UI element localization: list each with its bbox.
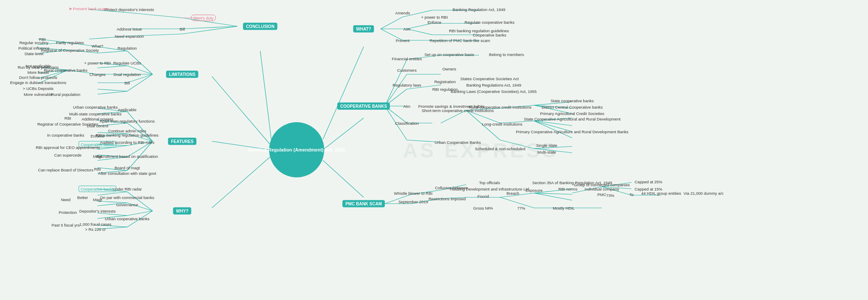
svg-line-65	[534, 193, 572, 200]
svg-line-4	[323, 47, 364, 139]
node-set-up-cooperative: Set up on cooperative basis	[423, 52, 475, 57]
node-gross-npa: Gross NPA	[473, 206, 494, 210]
node-prevent-bank-scams: ➤ Prevent bank scams	[68, 6, 111, 11]
node-power-to-rbi-lim: + power to RBI	[83, 61, 111, 65]
cooperative-banks-node: COOPERATIVE BANKS	[337, 103, 390, 110]
node-rs-220-cr: > Rs 220 cr	[84, 227, 107, 232]
node-urban-coop-applicable: Urban cooperative banks	[72, 105, 119, 109]
node-district-central: District Central Cooperative banks	[541, 105, 604, 109]
node-cooperative-banks-why: Cooperative banks	[78, 187, 116, 191]
cooperative-banks-label: COOPERATIVE BANKS	[337, 103, 390, 110]
node-regular-scrutiny: Regular scrutiny	[19, 40, 50, 45]
node-partly-regulates: Partly regulates	[55, 40, 85, 45]
node-multi-state-coop: Multi-state cooperative banks	[68, 112, 122, 116]
conclusion-label: CONCLUSION	[243, 23, 277, 30]
node-dual-regulation: Dual regulation	[113, 72, 142, 77]
node-scheduled: Scheduled & non-scheduled	[474, 146, 526, 151]
node-owners: Owners	[442, 67, 457, 71]
node-states-coop-societies-act: States Cooperative Societies Act	[459, 76, 520, 81]
why-node: WHY?	[173, 207, 191, 215]
node-governance: Governance	[115, 202, 139, 207]
node-to: To	[629, 192, 634, 197]
node-political-influence: Political influence	[17, 46, 50, 50]
node-magt-supercede: Magt	[92, 154, 103, 159]
node-rbi-feat: RBI	[64, 116, 72, 121]
node-state-coop-agri: State Cooperative Agricultural and Rural…	[523, 117, 621, 121]
node-better: Better	[76, 195, 89, 200]
node-44-hdil: 44 HDIL group entities	[640, 191, 682, 196]
node-past-5-fiscal: Past 5 fiscal yrs	[51, 223, 81, 227]
node-restrictions-imposed: Restrictions imposed	[428, 196, 467, 201]
node-state-level: State-level	[24, 51, 45, 56]
node-found: Found	[477, 194, 490, 199]
node-govts-duty: Govt's duty	[191, 16, 216, 20]
center-node: Banking Regulation (Amendment) Bill, 202…	[269, 122, 324, 177]
node-repetition-pmc: Repetition of PMC bank-like scam	[428, 38, 491, 43]
features-node: FEATURES	[168, 138, 196, 145]
node-more-frauds: More frauds	[27, 70, 50, 75]
node-mostly-hdil: Mostly HDIL	[552, 206, 576, 210]
svg-line-3	[212, 157, 270, 208]
svg-line-122	[127, 211, 153, 216]
mindmap-container: AS EXPRESS	[0, 0, 868, 300]
svg-line-12	[182, 26, 237, 34]
node-1000-fraud: 1,000 fraud cases	[78, 222, 112, 227]
svg-line-48	[534, 121, 572, 126]
node-primary-agri: Primary Agricultural Credit Societies	[539, 111, 605, 116]
node-run-by-politicians: Run by local politicians	[17, 65, 60, 70]
node-regulate-ucbs: Regulate UCBs	[112, 61, 142, 65]
node-bill-lim: Bill	[124, 81, 131, 85]
node-protection: Protection	[58, 210, 78, 215]
node-belong-to-members: Belong to members	[488, 52, 525, 57]
node-registrar-coop-soc: Registrar of Cooperative Societies	[36, 122, 99, 126]
node-urban-coop-why: Urban cooperative banks	[104, 216, 150, 221]
node-regulation-what: Regulation	[117, 46, 137, 50]
svg-line-64	[534, 193, 572, 194]
node-can-supercede: Can supercede	[53, 153, 82, 157]
node-whistle-blower: Whistle blower to RBI	[393, 191, 434, 196]
node-protect-depositor: Protect depositor's interests	[104, 7, 155, 12]
node-can-replace-board: Can replace Board of Directors	[37, 168, 94, 172]
node-address-issue: Address issue	[116, 27, 143, 31]
node-in-coop-banks: In cooperative banks	[46, 133, 85, 137]
node-cooperative-banks-target: Cooperative banks	[472, 33, 507, 37]
node-more-vulnerable: More vulnerable	[23, 92, 53, 97]
svg-line-16	[381, 17, 403, 29]
node-need: Need	[60, 197, 72, 202]
center-label: Banking Regulation (Amendment) Bill, 202…	[269, 122, 324, 177]
pmc-bank-scam-label: PMC BANK SCAM	[342, 200, 385, 207]
node-customers: Customers	[396, 68, 417, 73]
node-classification: Classification	[394, 121, 420, 126]
node-depositor-interests: Depositor's interests	[78, 209, 117, 213]
svg-line-8	[129, 13, 182, 18]
svg-line-86	[97, 91, 127, 94]
node-ucbs-deposits: > UCBs Deposits	[22, 86, 55, 91]
node-rbi-feat2: RBI	[93, 167, 102, 171]
svg-line-10	[182, 26, 237, 29]
node-september-2019: September 2019	[398, 199, 429, 204]
node-regulatory-laws: Regulatory laws	[392, 83, 422, 87]
node-73-percent: 73%	[605, 193, 615, 198]
svg-line-30	[385, 74, 407, 106]
node-financial-entities: Financial entities	[391, 56, 423, 61]
svg-line-6	[323, 160, 364, 197]
svg-line-85	[97, 89, 127, 91]
node-banking-regulation-act: Banking Regulation Act, 1949	[452, 7, 506, 12]
what-node: WHAT?	[353, 25, 374, 33]
node-rbi-approval-ceo: RBI approval for CEO appointments	[35, 145, 101, 150]
svg-line-79	[97, 66, 127, 68]
features-label: FEATURES	[168, 138, 196, 145]
node-via-21000: Via 21,000 dummy a/c	[683, 191, 724, 196]
node-urban-coop-banks: Urban Cooperative Banks	[434, 140, 482, 145]
node-magt-why: Magt	[92, 197, 103, 202]
svg-line-5	[323, 118, 364, 150]
node-state-coop-banks: State cooperative banks	[550, 98, 595, 103]
node-banking-regs-act-1949: Banking Regulations Act, 1949	[465, 83, 522, 87]
conclusion-node: CONCLUSION	[243, 23, 277, 30]
node-engage-dubious: Engage in dubious transactions	[9, 80, 67, 85]
node-77-percent: 77%	[516, 206, 526, 210]
node-on-par: On par with commercial banks	[99, 195, 155, 200]
node-bill: Bill	[179, 27, 186, 31]
node-exposure: Exposure	[525, 188, 543, 193]
limitations-node: LIMITATIONS	[166, 71, 198, 78]
